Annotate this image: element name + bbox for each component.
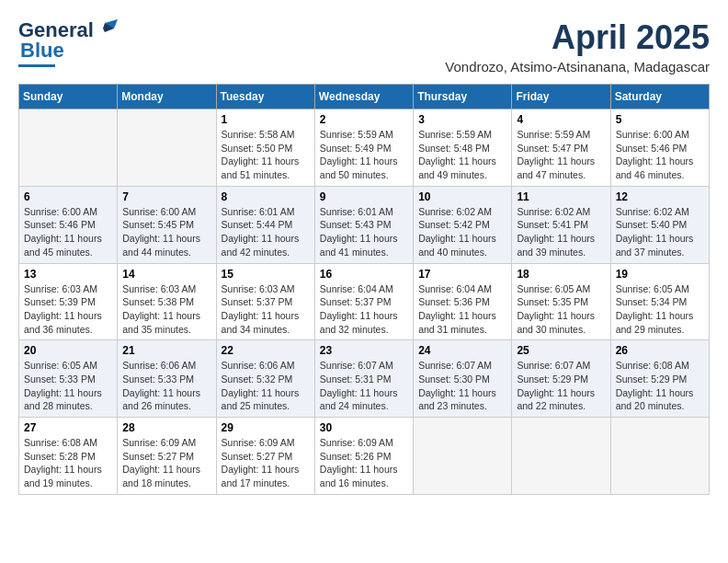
day-info: Sunrise: 6:02 AM Sunset: 5:40 PM Dayligh… bbox=[616, 205, 704, 259]
col-monday: Monday bbox=[118, 85, 216, 109]
logo-bird-icon bbox=[97, 19, 118, 40]
table-row: 5Sunrise: 6:00 AM Sunset: 5:46 PM Daylig… bbox=[610, 109, 709, 187]
logo-underline bbox=[18, 64, 55, 67]
day-info: Sunrise: 6:09 AM Sunset: 5:26 PM Dayligh… bbox=[320, 436, 408, 490]
day-info: Sunrise: 6:03 AM Sunset: 5:37 PM Dayligh… bbox=[222, 282, 310, 337]
table-row: 21Sunrise: 6:06 AM Sunset: 5:33 PM Dayli… bbox=[118, 340, 216, 418]
table-row: 30Sunrise: 6:09 AM Sunset: 5:26 PM Dayli… bbox=[314, 418, 413, 495]
table-row: 18Sunrise: 6:05 AM Sunset: 5:35 PM Dayli… bbox=[512, 263, 610, 340]
calendar-week-row: 1Sunrise: 5:58 AM Sunset: 5:50 PM Daylig… bbox=[19, 109, 710, 187]
table-row: 2Sunrise: 5:59 AM Sunset: 5:49 PM Daylig… bbox=[314, 109, 413, 187]
day-info: Sunrise: 6:00 AM Sunset: 5:46 PM Dayligh… bbox=[616, 128, 704, 182]
title-block: April 2025 Vondrozo, Atsimo-Atsinanana, … bbox=[445, 18, 710, 75]
day-number: 9 bbox=[320, 190, 408, 203]
day-number: 26 bbox=[616, 344, 704, 357]
day-number: 24 bbox=[418, 344, 506, 357]
calendar-week-row: 27Sunrise: 6:08 AM Sunset: 5:28 PM Dayli… bbox=[19, 418, 710, 495]
day-info: Sunrise: 6:07 AM Sunset: 5:31 PM Dayligh… bbox=[320, 359, 408, 413]
table-row: 26Sunrise: 6:08 AM Sunset: 5:29 PM Dayli… bbox=[610, 340, 709, 418]
col-sunday: Sunday bbox=[19, 85, 118, 109]
day-info: Sunrise: 6:08 AM Sunset: 5:29 PM Dayligh… bbox=[616, 359, 704, 413]
col-thursday: Thursday bbox=[414, 85, 512, 109]
day-number: 25 bbox=[517, 344, 605, 357]
day-info: Sunrise: 6:07 AM Sunset: 5:30 PM Dayligh… bbox=[418, 359, 506, 413]
day-info: Sunrise: 6:00 AM Sunset: 5:46 PM Dayligh… bbox=[24, 205, 112, 259]
calendar-table: Sunday Monday Tuesday Wednesday Thursday… bbox=[18, 84, 710, 495]
table-row: 7Sunrise: 6:00 AM Sunset: 5:45 PM Daylig… bbox=[118, 186, 216, 263]
table-row: 16Sunrise: 6:04 AM Sunset: 5:37 PM Dayli… bbox=[314, 263, 413, 340]
table-row: 4Sunrise: 5:59 AM Sunset: 5:47 PM Daylig… bbox=[512, 109, 610, 187]
table-row: 17Sunrise: 6:04 AM Sunset: 5:36 PM Dayli… bbox=[414, 263, 512, 340]
day-number: 14 bbox=[122, 268, 210, 281]
day-info: Sunrise: 6:09 AM Sunset: 5:27 PM Dayligh… bbox=[122, 436, 210, 490]
day-info: Sunrise: 6:05 AM Sunset: 5:35 PM Dayligh… bbox=[517, 282, 605, 337]
day-number: 17 bbox=[418, 268, 506, 281]
day-info: Sunrise: 6:07 AM Sunset: 5:29 PM Dayligh… bbox=[517, 359, 605, 413]
day-info: Sunrise: 6:05 AM Sunset: 5:34 PM Dayligh… bbox=[616, 282, 704, 337]
col-tuesday: Tuesday bbox=[216, 85, 314, 109]
day-number: 10 bbox=[418, 190, 506, 203]
day-info: Sunrise: 6:04 AM Sunset: 5:36 PM Dayligh… bbox=[418, 282, 506, 337]
day-number: 5 bbox=[616, 113, 704, 126]
day-info: Sunrise: 6:06 AM Sunset: 5:32 PM Dayligh… bbox=[222, 359, 310, 413]
table-row bbox=[414, 418, 512, 495]
day-info: Sunrise: 6:01 AM Sunset: 5:44 PM Dayligh… bbox=[222, 205, 310, 259]
table-row: 1Sunrise: 5:58 AM Sunset: 5:50 PM Daylig… bbox=[216, 109, 314, 187]
table-row: 19Sunrise: 6:05 AM Sunset: 5:34 PM Dayli… bbox=[610, 263, 709, 340]
day-info: Sunrise: 5:58 AM Sunset: 5:50 PM Dayligh… bbox=[222, 128, 310, 182]
day-info: Sunrise: 6:02 AM Sunset: 5:41 PM Dayligh… bbox=[517, 205, 605, 259]
day-number: 1 bbox=[222, 113, 310, 126]
day-number: 23 bbox=[320, 344, 408, 357]
table-row: 8Sunrise: 6:01 AM Sunset: 5:44 PM Daylig… bbox=[216, 186, 314, 263]
day-info: Sunrise: 6:09 AM Sunset: 5:27 PM Dayligh… bbox=[222, 436, 310, 490]
table-row: 3Sunrise: 5:59 AM Sunset: 5:48 PM Daylig… bbox=[414, 109, 512, 187]
table-row bbox=[19, 109, 118, 187]
calendar-week-row: 20Sunrise: 6:05 AM Sunset: 5:33 PM Dayli… bbox=[19, 340, 710, 418]
day-number: 7 bbox=[122, 190, 210, 203]
day-number: 19 bbox=[616, 268, 704, 281]
day-info: Sunrise: 6:03 AM Sunset: 5:39 PM Dayligh… bbox=[24, 282, 112, 337]
table-row: 23Sunrise: 6:07 AM Sunset: 5:31 PM Dayli… bbox=[314, 340, 413, 418]
day-number: 13 bbox=[24, 268, 112, 281]
day-number: 3 bbox=[418, 113, 506, 126]
day-number: 15 bbox=[222, 268, 310, 281]
table-row bbox=[512, 418, 610, 495]
logo-blue: Blue bbox=[20, 39, 64, 63]
day-number: 21 bbox=[122, 344, 210, 357]
day-info: Sunrise: 6:06 AM Sunset: 5:33 PM Dayligh… bbox=[122, 359, 210, 413]
table-row bbox=[610, 418, 709, 495]
table-row: 13Sunrise: 6:03 AM Sunset: 5:39 PM Dayli… bbox=[19, 263, 118, 340]
table-row: 27Sunrise: 6:08 AM Sunset: 5:28 PM Dayli… bbox=[19, 418, 118, 495]
col-friday: Friday bbox=[512, 85, 610, 109]
day-number: 2 bbox=[320, 113, 408, 126]
day-number: 12 bbox=[616, 190, 704, 203]
header: General Blue April 2025 Vondrozo, Atsimo… bbox=[18, 18, 710, 75]
day-number: 8 bbox=[222, 190, 310, 203]
table-row bbox=[118, 109, 216, 187]
day-info: Sunrise: 6:05 AM Sunset: 5:33 PM Dayligh… bbox=[24, 359, 112, 413]
day-number: 20 bbox=[24, 344, 112, 357]
calendar-header-row: Sunday Monday Tuesday Wednesday Thursday… bbox=[19, 85, 710, 109]
table-row: 11Sunrise: 6:02 AM Sunset: 5:41 PM Dayli… bbox=[512, 186, 610, 263]
table-row: 20Sunrise: 6:05 AM Sunset: 5:33 PM Dayli… bbox=[19, 340, 118, 418]
table-row: 25Sunrise: 6:07 AM Sunset: 5:29 PM Dayli… bbox=[512, 340, 610, 418]
month-title: April 2025 bbox=[445, 18, 710, 57]
table-row: 22Sunrise: 6:06 AM Sunset: 5:32 PM Dayli… bbox=[216, 340, 314, 418]
table-row: 10Sunrise: 6:02 AM Sunset: 5:42 PM Dayli… bbox=[414, 186, 512, 263]
calendar-week-row: 13Sunrise: 6:03 AM Sunset: 5:39 PM Dayli… bbox=[19, 263, 710, 340]
day-number: 22 bbox=[222, 344, 310, 357]
day-info: Sunrise: 6:02 AM Sunset: 5:42 PM Dayligh… bbox=[418, 205, 506, 259]
day-info: Sunrise: 5:59 AM Sunset: 5:47 PM Dayligh… bbox=[517, 128, 605, 182]
table-row: 14Sunrise: 6:03 AM Sunset: 5:38 PM Dayli… bbox=[118, 263, 216, 340]
day-info: Sunrise: 6:04 AM Sunset: 5:37 PM Dayligh… bbox=[320, 282, 408, 337]
logo: General Blue bbox=[18, 18, 118, 67]
table-row: 15Sunrise: 6:03 AM Sunset: 5:37 PM Dayli… bbox=[216, 263, 314, 340]
day-number: 6 bbox=[24, 190, 112, 203]
table-row: 24Sunrise: 6:07 AM Sunset: 5:30 PM Dayli… bbox=[414, 340, 512, 418]
day-info: Sunrise: 6:03 AM Sunset: 5:38 PM Dayligh… bbox=[122, 282, 210, 337]
day-number: 18 bbox=[517, 268, 605, 281]
table-row: 9Sunrise: 6:01 AM Sunset: 5:43 PM Daylig… bbox=[314, 186, 413, 263]
day-info: Sunrise: 6:01 AM Sunset: 5:43 PM Dayligh… bbox=[320, 205, 408, 259]
day-number: 27 bbox=[24, 421, 112, 434]
location-title: Vondrozo, Atsimo-Atsinanana, Madagascar bbox=[445, 59, 710, 75]
